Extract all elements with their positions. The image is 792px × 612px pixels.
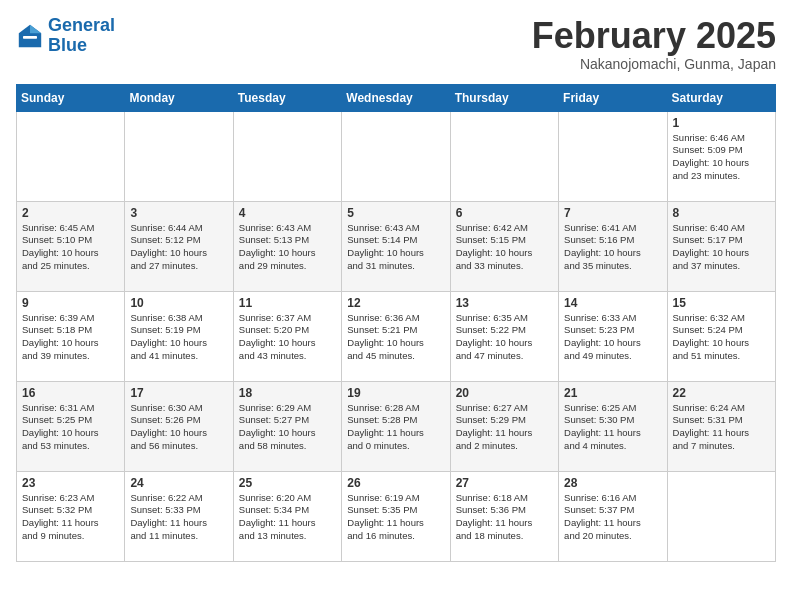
calendar-week-row: 1Sunrise: 6:46 AM Sunset: 5:09 PM Daylig… — [17, 111, 776, 201]
day-info: Sunrise: 6:36 AM Sunset: 5:21 PM Dayligh… — [347, 312, 444, 363]
day-number: 8 — [673, 206, 770, 220]
day-info: Sunrise: 6:44 AM Sunset: 5:12 PM Dayligh… — [130, 222, 227, 273]
calendar-cell — [667, 471, 775, 561]
day-number: 1 — [673, 116, 770, 130]
day-info: Sunrise: 6:28 AM Sunset: 5:28 PM Dayligh… — [347, 402, 444, 453]
svg-rect-2 — [23, 36, 37, 39]
calendar-cell: 13Sunrise: 6:35 AM Sunset: 5:22 PM Dayli… — [450, 291, 558, 381]
day-number: 26 — [347, 476, 444, 490]
weekday-header: Monday — [125, 84, 233, 111]
calendar-cell: 24Sunrise: 6:22 AM Sunset: 5:33 PM Dayli… — [125, 471, 233, 561]
calendar-cell: 26Sunrise: 6:19 AM Sunset: 5:35 PM Dayli… — [342, 471, 450, 561]
weekday-header: Thursday — [450, 84, 558, 111]
day-number: 16 — [22, 386, 119, 400]
calendar-cell: 10Sunrise: 6:38 AM Sunset: 5:19 PM Dayli… — [125, 291, 233, 381]
day-number: 24 — [130, 476, 227, 490]
day-info: Sunrise: 6:18 AM Sunset: 5:36 PM Dayligh… — [456, 492, 553, 543]
calendar-table: SundayMondayTuesdayWednesdayThursdayFrid… — [16, 84, 776, 562]
day-number: 17 — [130, 386, 227, 400]
day-info: Sunrise: 6:22 AM Sunset: 5:33 PM Dayligh… — [130, 492, 227, 543]
weekday-header: Tuesday — [233, 84, 341, 111]
calendar-cell: 2Sunrise: 6:45 AM Sunset: 5:10 PM Daylig… — [17, 201, 125, 291]
day-number: 5 — [347, 206, 444, 220]
calendar-cell — [17, 111, 125, 201]
calendar-cell: 15Sunrise: 6:32 AM Sunset: 5:24 PM Dayli… — [667, 291, 775, 381]
day-number: 7 — [564, 206, 661, 220]
day-number: 3 — [130, 206, 227, 220]
day-number: 2 — [22, 206, 119, 220]
calendar-cell: 19Sunrise: 6:28 AM Sunset: 5:28 PM Dayli… — [342, 381, 450, 471]
day-number: 19 — [347, 386, 444, 400]
day-info: Sunrise: 6:43 AM Sunset: 5:14 PM Dayligh… — [347, 222, 444, 273]
day-info: Sunrise: 6:43 AM Sunset: 5:13 PM Dayligh… — [239, 222, 336, 273]
logo-line2: Blue — [48, 35, 87, 55]
calendar-cell: 7Sunrise: 6:41 AM Sunset: 5:16 PM Daylig… — [559, 201, 667, 291]
day-info: Sunrise: 6:25 AM Sunset: 5:30 PM Dayligh… — [564, 402, 661, 453]
day-number: 11 — [239, 296, 336, 310]
day-number: 13 — [456, 296, 553, 310]
calendar-cell: 8Sunrise: 6:40 AM Sunset: 5:17 PM Daylig… — [667, 201, 775, 291]
calendar-cell: 6Sunrise: 6:42 AM Sunset: 5:15 PM Daylig… — [450, 201, 558, 291]
calendar-cell: 16Sunrise: 6:31 AM Sunset: 5:25 PM Dayli… — [17, 381, 125, 471]
day-number: 9 — [22, 296, 119, 310]
logo-text: General Blue — [48, 16, 115, 56]
calendar-cell — [450, 111, 558, 201]
calendar-cell: 22Sunrise: 6:24 AM Sunset: 5:31 PM Dayli… — [667, 381, 775, 471]
weekday-header: Wednesday — [342, 84, 450, 111]
day-info: Sunrise: 6:24 AM Sunset: 5:31 PM Dayligh… — [673, 402, 770, 453]
calendar-cell: 27Sunrise: 6:18 AM Sunset: 5:36 PM Dayli… — [450, 471, 558, 561]
day-number: 20 — [456, 386, 553, 400]
weekday-header: Sunday — [17, 84, 125, 111]
day-number: 28 — [564, 476, 661, 490]
day-info: Sunrise: 6:20 AM Sunset: 5:34 PM Dayligh… — [239, 492, 336, 543]
calendar-cell: 28Sunrise: 6:16 AM Sunset: 5:37 PM Dayli… — [559, 471, 667, 561]
day-info: Sunrise: 6:19 AM Sunset: 5:35 PM Dayligh… — [347, 492, 444, 543]
day-info: Sunrise: 6:40 AM Sunset: 5:17 PM Dayligh… — [673, 222, 770, 273]
calendar-cell: 20Sunrise: 6:27 AM Sunset: 5:29 PM Dayli… — [450, 381, 558, 471]
calendar-cell: 1Sunrise: 6:46 AM Sunset: 5:09 PM Daylig… — [667, 111, 775, 201]
calendar-cell: 18Sunrise: 6:29 AM Sunset: 5:27 PM Dayli… — [233, 381, 341, 471]
calendar-cell — [233, 111, 341, 201]
day-info: Sunrise: 6:16 AM Sunset: 5:37 PM Dayligh… — [564, 492, 661, 543]
calendar-cell: 5Sunrise: 6:43 AM Sunset: 5:14 PM Daylig… — [342, 201, 450, 291]
day-info: Sunrise: 6:39 AM Sunset: 5:18 PM Dayligh… — [22, 312, 119, 363]
svg-marker-1 — [30, 25, 41, 33]
calendar-week-row: 9Sunrise: 6:39 AM Sunset: 5:18 PM Daylig… — [17, 291, 776, 381]
calendar-cell: 9Sunrise: 6:39 AM Sunset: 5:18 PM Daylig… — [17, 291, 125, 381]
day-info: Sunrise: 6:41 AM Sunset: 5:16 PM Dayligh… — [564, 222, 661, 273]
day-number: 6 — [456, 206, 553, 220]
calendar-cell: 11Sunrise: 6:37 AM Sunset: 5:20 PM Dayli… — [233, 291, 341, 381]
day-info: Sunrise: 6:29 AM Sunset: 5:27 PM Dayligh… — [239, 402, 336, 453]
weekday-header: Friday — [559, 84, 667, 111]
day-number: 22 — [673, 386, 770, 400]
weekday-row: SundayMondayTuesdayWednesdayThursdayFrid… — [17, 84, 776, 111]
day-number: 12 — [347, 296, 444, 310]
calendar-header: SundayMondayTuesdayWednesdayThursdayFrid… — [17, 84, 776, 111]
weekday-header: Saturday — [667, 84, 775, 111]
calendar-cell: 17Sunrise: 6:30 AM Sunset: 5:26 PM Dayli… — [125, 381, 233, 471]
calendar-cell: 21Sunrise: 6:25 AM Sunset: 5:30 PM Dayli… — [559, 381, 667, 471]
logo: General Blue — [16, 16, 115, 56]
day-number: 15 — [673, 296, 770, 310]
day-info: Sunrise: 6:33 AM Sunset: 5:23 PM Dayligh… — [564, 312, 661, 363]
day-number: 25 — [239, 476, 336, 490]
day-info: Sunrise: 6:30 AM Sunset: 5:26 PM Dayligh… — [130, 402, 227, 453]
day-number: 14 — [564, 296, 661, 310]
day-number: 21 — [564, 386, 661, 400]
day-info: Sunrise: 6:23 AM Sunset: 5:32 PM Dayligh… — [22, 492, 119, 543]
day-info: Sunrise: 6:35 AM Sunset: 5:22 PM Dayligh… — [456, 312, 553, 363]
calendar-week-row: 2Sunrise: 6:45 AM Sunset: 5:10 PM Daylig… — [17, 201, 776, 291]
calendar-cell: 25Sunrise: 6:20 AM Sunset: 5:34 PM Dayli… — [233, 471, 341, 561]
calendar-title: February 2025 — [532, 16, 776, 56]
day-info: Sunrise: 6:46 AM Sunset: 5:09 PM Dayligh… — [673, 132, 770, 183]
calendar-week-row: 16Sunrise: 6:31 AM Sunset: 5:25 PM Dayli… — [17, 381, 776, 471]
calendar-cell: 12Sunrise: 6:36 AM Sunset: 5:21 PM Dayli… — [342, 291, 450, 381]
calendar-cell: 14Sunrise: 6:33 AM Sunset: 5:23 PM Dayli… — [559, 291, 667, 381]
calendar-cell — [342, 111, 450, 201]
day-info: Sunrise: 6:38 AM Sunset: 5:19 PM Dayligh… — [130, 312, 227, 363]
title-block: February 2025 Nakanojomachi, Gunma, Japa… — [532, 16, 776, 72]
day-info: Sunrise: 6:32 AM Sunset: 5:24 PM Dayligh… — [673, 312, 770, 363]
calendar-week-row: 23Sunrise: 6:23 AM Sunset: 5:32 PM Dayli… — [17, 471, 776, 561]
day-number: 27 — [456, 476, 553, 490]
day-number: 23 — [22, 476, 119, 490]
